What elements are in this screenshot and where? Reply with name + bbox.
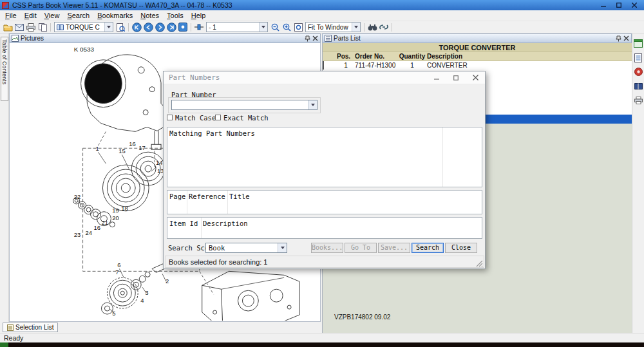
dialog-titlebar[interactable]: Part Numbers [164,71,485,84]
save-button[interactable]: Save... [378,243,410,253]
menu-item-bookmarks[interactable]: Bookmarks [93,11,137,21]
item-id-list[interactable]: Item Id Description [167,217,482,239]
close-panel-icon[interactable] [623,35,629,41]
open-book-button[interactable] [2,22,14,33]
diagram-callout[interactable]: 7 [115,268,118,276]
menu-item-view[interactable]: View [41,11,64,21]
document-button[interactable] [633,52,644,63]
new-window-button[interactable] [633,38,644,49]
link-icon [379,23,388,31]
part-number-combo[interactable] [171,100,317,110]
diagram-callout[interactable]: 23 [74,231,80,238]
copy-button[interactable] [37,22,48,33]
email-button[interactable] [14,22,25,33]
exact-match-label: Exact Match [223,114,269,122]
nav-next-button[interactable] [154,22,166,33]
toolbar-separator [191,23,191,32]
search-scope-combo[interactable]: Book [205,243,287,253]
dialog-maximize-button[interactable] [446,71,466,84]
diagram-callout[interactable]: 5 [112,310,115,317]
diagram-callout[interactable]: 22 [74,193,80,200]
maximize-button[interactable] [611,1,627,10]
selection-tab-strip: Selection List [0,322,321,333]
goto-page-button[interactable] [177,22,189,33]
tab-selection-list[interactable]: Selection List [3,323,58,332]
diagram-callout[interactable]: 4 [140,297,144,304]
fit-mode-combo[interactable]: Fit To Window [305,22,361,32]
table-row[interactable]: 1 711-47-H1300 1 CONVERTER [323,61,632,70]
go-to-button[interactable]: Go To [345,243,377,253]
slider-icon [194,24,204,30]
close-button[interactable] [627,1,642,10]
exact-match-checkbox[interactable] [215,115,221,120]
dialog-minimize-button[interactable] [427,71,446,84]
match-case-checkbox[interactable] [167,115,173,120]
fit-button[interactable] [292,22,304,33]
minimize-button[interactable] [596,1,611,10]
fit-mode-value: Fit To Window [308,24,350,31]
book-panel-button[interactable] [633,80,644,91]
menu-item-help[interactable]: Help [187,11,210,21]
maximize-icon [453,75,459,80]
diagram-callout[interactable]: 1 [95,145,99,152]
diagram-callout[interactable]: 15 [118,147,126,155]
row-checkbox[interactable] [323,61,324,70]
diagram-callout[interactable]: 17 [138,144,146,151]
close-panel-icon[interactable] [312,35,318,41]
diagram-callout[interactable]: 20 [112,214,119,221]
menu-item-notes[interactable]: Notes [137,11,163,21]
diagram-callout[interactable]: 6 [117,261,120,268]
menu-item-file[interactable]: File [1,11,21,21]
menu-item-edit[interactable]: Edit [21,11,41,21]
close-dialog-button[interactable]: Close [445,243,477,253]
diagram-callout[interactable]: 14 [156,159,163,166]
fit-page-icon [294,23,303,32]
pin-icon[interactable] [616,35,621,42]
resize-grip[interactable] [476,260,483,267]
menu-item-tools[interactable]: Tools [163,11,187,21]
menu-item-search[interactable]: Search [63,11,93,21]
diagram-callout[interactable]: 16 [94,224,101,231]
nav-last-button[interactable] [166,22,177,33]
nav-first-button[interactable] [131,22,142,33]
diagram-callout[interactable]: 3 [145,289,148,296]
description-column-header: Description [203,220,248,227]
diagram-callout[interactable]: 18 [121,205,128,212]
page-number-value: 1 [213,24,258,31]
column-divider [201,218,202,238]
column-divider [187,191,187,214]
dialog-close-button[interactable] [466,71,485,84]
item-id-column-header: Item Id [169,220,198,227]
books-button[interactable]: Books... [311,243,343,253]
find-picture-button[interactable] [115,22,126,33]
pan-button[interactable] [193,22,205,33]
diagram-callout[interactable]: 19 [112,207,119,214]
book-selector-combo[interactable]: TORQUE C [54,22,113,32]
search-button[interactable]: Search [412,243,444,253]
search-parts-button[interactable] [366,22,378,33]
pictures-panel-title: Pictures [21,35,44,42]
zoom-in-button[interactable] [281,22,292,33]
diagram-callout[interactable]: 24 [86,229,93,236]
print-button[interactable] [25,22,37,33]
column-select [323,52,337,61]
taskbar[interactable] [0,342,644,347]
pin-icon[interactable] [305,35,310,42]
help-button[interactable] [633,66,644,77]
reference-column-header: Reference [189,192,225,200]
hotlink-button[interactable] [378,22,390,33]
diagram-callout[interactable]: 16 [129,140,135,147]
diagram-callout[interactable]: 2 [166,277,169,285]
tab-table-of-contents[interactable]: Table of Contents [1,37,8,101]
start-button[interactable] [0,342,8,347]
page-number-combo[interactable]: - 1 [206,22,268,32]
diagram-callout[interactable]: 21 [101,219,108,226]
zoom-out-button[interactable] [269,22,281,33]
column-divider [227,191,228,214]
page-reference-list[interactable]: Page Reference Title [167,190,482,214]
matching-part-numbers-list[interactable]: Matching Part Numbers [167,127,482,187]
search-scope-value: Book [209,244,225,252]
titlebar[interactable]: CSS Parts Book Viewer 5.11 - KOMATSU -- … [0,0,644,10]
print-page-button[interactable] [633,95,644,106]
nav-prev-button[interactable] [142,22,154,33]
